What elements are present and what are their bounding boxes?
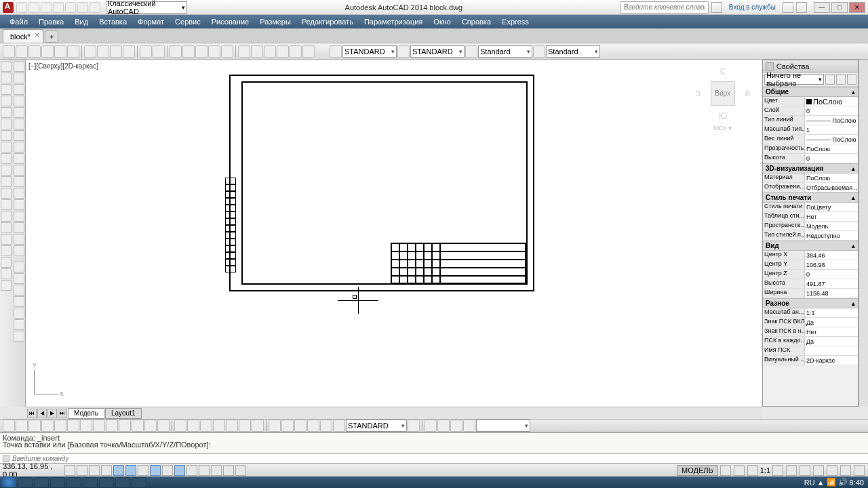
menu-tools[interactable]: Сервис [170, 18, 206, 26]
prop-ltscale[interactable]: Масштаб тип...1 [763, 125, 858, 135]
menu-help[interactable]: Справка [456, 18, 496, 26]
baseline-dim-icon[interactable] [119, 420, 131, 432]
explode-icon[interactable] [14, 245, 24, 256]
plot-icon[interactable] [41, 45, 54, 58]
annoscale-icon[interactable] [747, 465, 758, 476]
tray-flag-icon[interactable]: ▲ [817, 479, 825, 487]
exchange-icon[interactable] [783, 2, 793, 13]
locate-icon[interactable] [14, 319, 24, 330]
inspect-icon[interactable] [200, 420, 212, 432]
osnap-button[interactable] [125, 465, 136, 476]
properties-icon[interactable] [238, 45, 250, 58]
menu-format[interactable]: Формат [132, 18, 170, 26]
dimtedit-icon[interactable] [239, 420, 251, 432]
tab-first-icon[interactable]: ⏮ [27, 409, 37, 418]
pan-icon[interactable] [170, 45, 182, 58]
dimspace-icon[interactable] [144, 420, 157, 432]
taskbar-app4-icon[interactable] [132, 477, 146, 487]
isolate-icon[interactable] [840, 465, 851, 476]
sc-button[interactable] [223, 465, 234, 476]
menu-view[interactable]: Вид [69, 18, 94, 26]
grid-button[interactable] [89, 465, 100, 476]
massprop-icon[interactable] [14, 285, 24, 296]
taskbar-app3-icon[interactable] [99, 477, 114, 487]
extend-icon[interactable] [14, 176, 24, 187]
quickselect-icon[interactable] [825, 74, 835, 85]
annoscale-label[interactable]: 1:1 [760, 466, 770, 474]
addselected-icon[interactable] [1, 280, 12, 291]
qat-plot-icon[interactable] [65, 2, 76, 13]
tray-time[interactable]: 8:40 [850, 479, 864, 487]
toolbar-lock-icon[interactable] [813, 465, 824, 476]
menu-edit[interactable]: Правка [33, 18, 69, 26]
prop-annoscale[interactable]: Масштаб ан...1:1 [763, 308, 858, 318]
drawing-viewport[interactable]: [−][Сверху][2D-каркас] YX С ЗВерхВ Ю МСК… [26, 60, 762, 407]
blend-icon[interactable] [14, 234, 24, 245]
linear-dim-icon[interactable] [3, 420, 15, 432]
prop-ucson[interactable]: Знак ПСК ВКЛДа [763, 318, 858, 327]
prop-ucsper[interactable]: ПСК в каждо...Да [763, 337, 858, 346]
xline-icon[interactable] [1, 73, 12, 83]
tablestyle-icon[interactable] [465, 45, 477, 58]
prop-plottable[interactable]: Таблица сти...Нет [763, 212, 858, 222]
designcenter-icon[interactable] [251, 45, 263, 58]
model-paper-toggle[interactable]: МОДЕЛЬ [677, 465, 718, 476]
offset-icon[interactable] [14, 96, 24, 106]
tray-network-icon[interactable]: 📶 [827, 478, 836, 487]
dyn-button[interactable] [174, 465, 185, 476]
tab-model[interactable]: Модель [68, 408, 104, 419]
quickview-drawings-icon[interactable] [734, 465, 745, 476]
dimstyle-icon[interactable] [397, 45, 410, 58]
prop-centerx[interactable]: Центр X384.46 [763, 251, 858, 260]
stretch-icon[interactable] [14, 153, 24, 164]
toolpalettes-icon[interactable] [264, 45, 276, 58]
sheetset-icon[interactable] [277, 45, 289, 58]
gradient-icon[interactable] [1, 234, 12, 245]
prop-ucsname[interactable]: Имя ПСК [763, 346, 858, 356]
signin-link[interactable]: Вход в службы [725, 3, 780, 11]
qat-new-icon[interactable] [16, 2, 27, 13]
menu-draw[interactable]: Рисование [206, 18, 254, 26]
menu-dimension[interactable]: Размеры [254, 18, 296, 26]
prop-linetype[interactable]: Тип линий———— ПоСлою [763, 116, 858, 125]
move-icon[interactable] [14, 119, 24, 129]
close-icon[interactable]: ✕ [35, 32, 40, 39]
qat-saveas-icon[interactable] [53, 2, 64, 13]
quickselect-icon[interactable] [14, 331, 24, 342]
tablestyle-combo[interactable]: Standard [478, 45, 532, 58]
prop-centerz[interactable]: Центр Z0 [763, 270, 858, 279]
vp1-icon[interactable] [425, 420, 437, 432]
quickview-layouts-icon[interactable] [720, 465, 731, 476]
join-icon[interactable] [14, 199, 24, 210]
mleaderalign-icon[interactable] [307, 420, 319, 432]
mirror-icon[interactable] [14, 84, 24, 95]
mleaderadd-icon[interactable] [320, 420, 332, 432]
diameter-dim-icon[interactable] [80, 420, 92, 432]
polar-button[interactable] [113, 465, 124, 476]
prop-color[interactable]: ЦветПоСлою [763, 97, 858, 106]
tab-next-icon[interactable]: ▶ [47, 409, 57, 418]
cleanscreen-icon[interactable] [854, 465, 865, 476]
viewcube[interactable]: С ЗВерхВ Ю МСК ▾ [696, 66, 750, 148]
prop-lweight[interactable]: Вес линий———— ПоСлою [763, 135, 858, 144]
centermark-icon[interactable] [187, 420, 199, 432]
coordinates[interactable]: 336.13, 16.95 , 0.00 [3, 462, 64, 479]
insert-icon[interactable] [1, 188, 12, 199]
undo-icon[interactable] [140, 45, 152, 58]
list-icon[interactable] [14, 296, 24, 307]
angular-dim-icon[interactable] [93, 420, 105, 432]
cat-general[interactable]: Общие [763, 87, 858, 97]
dimedit-icon[interactable] [226, 420, 238, 432]
menu-insert[interactable]: Вставка [94, 18, 132, 26]
redo-icon[interactable] [153, 45, 165, 58]
cat-plot[interactable]: Стиль печати [763, 192, 858, 203]
menu-window[interactable]: Окно [428, 18, 456, 26]
mlstyle-combo[interactable]: Standard [546, 45, 600, 58]
prop-material[interactable]: МатериалПоСлою [763, 174, 858, 183]
start-button[interactable] [1, 477, 16, 487]
lwt-button[interactable] [186, 465, 197, 476]
prop-height[interactable]: Высота491.87 [763, 279, 858, 289]
search-icon[interactable] [711, 2, 722, 13]
new-tab-button[interactable]: + [45, 30, 58, 43]
ortho-button[interactable] [101, 465, 112, 476]
